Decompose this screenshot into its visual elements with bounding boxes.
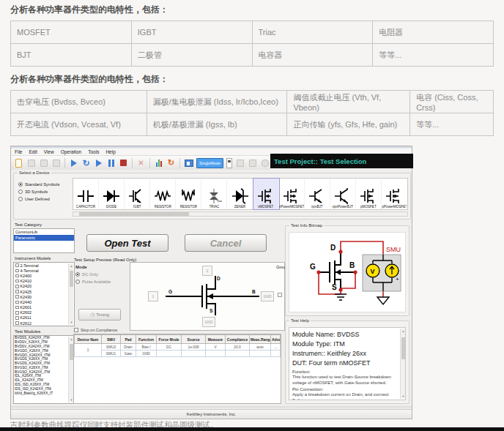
cell-device-num[interactable]: 1 (75, 344, 102, 357)
device-strip-scrollbar[interactable] (73, 211, 408, 217)
device-ppowermosfet[interactable]: pPowerMOSFET (382, 179, 407, 209)
scrollbar-thumb[interactable] (401, 337, 405, 359)
open-test-button[interactable]: Open Test (86, 234, 168, 252)
menu-view[interactable]: View (44, 149, 54, 154)
instr-item[interactable]: K2410 (14, 279, 68, 284)
help-scrollbar[interactable]: ▲ ▼ (400, 329, 405, 399)
scroll-up-icon[interactable]: ▲ (401, 329, 406, 334)
run-step-icon[interactable] (94, 158, 103, 168)
singlemode-button[interactable]: SingleMode (196, 158, 223, 168)
cell-meas-range[interactable] (250, 351, 271, 357)
menu-help[interactable]: Help (105, 149, 115, 154)
cell-adva[interactable] (271, 351, 281, 357)
stop-on-compliance-checkbox[interactable]: Stop on Compliance (74, 328, 117, 332)
module-item[interactable]: IdVd_BiasVg_K26XX_IT (14, 391, 68, 395)
category-parametric[interactable]: Parametric (14, 235, 74, 241)
device-npnbjt[interactable]: npnBJT (305, 179, 330, 209)
run-icon[interactable] (69, 158, 78, 168)
device-zener[interactable]: ZENER (227, 179, 253, 209)
menu-operation[interactable]: Operation (61, 149, 82, 154)
cell-compliance[interactable]: 20.0 (226, 344, 250, 351)
radio-3d-symbols[interactable]: 3D Symbols (18, 190, 59, 194)
instr-item[interactable]: K2400 (14, 273, 68, 278)
device-npnpowerbjt[interactable]: npnPowerBJT (330, 179, 356, 209)
save-all-icon[interactable] (51, 158, 61, 168)
device-igbt[interactable]: IGBT (125, 179, 150, 209)
instr-item[interactable]: K2602 (14, 310, 68, 315)
device-nmosfet[interactable]: nMOSFET (253, 179, 279, 209)
instr-item[interactable]: K2601 (14, 305, 68, 310)
menu-file[interactable]: File (15, 149, 22, 154)
delete-icon[interactable]: ✕ (136, 158, 146, 168)
cell-function[interactable]: Bias I (136, 344, 157, 351)
instr-item[interactable]: K2430 (14, 294, 68, 299)
scrollbar-thumb[interactable] (79, 212, 189, 216)
groups-checkbox[interactable] (278, 293, 282, 297)
instr-item[interactable]: K2440 (14, 299, 68, 304)
device-capacitor[interactable]: CAPACITOR (73, 179, 99, 209)
cell-smu[interactable]: SMU1 (102, 351, 121, 357)
open-project-icon[interactable] (26, 158, 36, 168)
col-header[interactable]: SMU (102, 335, 121, 344)
cell-smu[interactable]: SMU2 (102, 344, 121, 351)
category-commonlib[interactable]: CommonLib (14, 229, 74, 235)
stop-icon[interactable] (119, 158, 128, 168)
col-header[interactable]: Force Mode (157, 335, 182, 344)
menu-edit[interactable]: Edit (29, 149, 37, 154)
cell-source[interactable]: 1e-009 (182, 344, 206, 351)
device-triac[interactable]: TRIAC (201, 179, 227, 209)
device-pmosfet[interactable]: pMOSFET (356, 179, 382, 209)
col-header[interactable]: Measure (206, 335, 226, 344)
instr-item[interactable]: K2611 (14, 315, 68, 321)
scroll-down-icon[interactable]: ▼ (69, 320, 74, 325)
mode-selector[interactable] (226, 158, 232, 168)
timing-button[interactable]: ◷ Timing (78, 309, 121, 321)
col-header[interactable]: Compliance (226, 335, 250, 344)
radio-dc-only[interactable]: DC Only (75, 272, 127, 277)
col-header[interactable]: Device Num (75, 335, 102, 344)
col-header[interactable]: Pad (121, 335, 136, 344)
cell-measure[interactable] (206, 351, 226, 357)
exit-icon[interactable] (260, 158, 270, 168)
col-header[interactable]: Meas.Range (250, 335, 271, 344)
cell-source[interactable] (182, 351, 206, 357)
instr-item[interactable]: 4-Terminal (14, 268, 68, 273)
instrument-scrollbar[interactable]: ▲ ▼ (68, 263, 73, 325)
instr-item[interactable]: K2420 (14, 284, 68, 289)
instr-item[interactable]: 2-Terminal (14, 263, 68, 268)
pause-icon[interactable] (106, 158, 116, 168)
run-loop-icon[interactable]: ↻ (81, 158, 91, 168)
radio-user-defined[interactable]: User Defined (18, 197, 59, 201)
export-icon[interactable] (248, 158, 257, 168)
scroll-up-icon[interactable]: ▲ (69, 263, 74, 269)
col-header[interactable]: Source (182, 335, 206, 344)
cell-measure[interactable]: V (206, 344, 226, 351)
radio-pulse-available[interactable]: Pulse Available (75, 280, 127, 284)
import-icon[interactable] (235, 158, 245, 168)
test-help-text[interactable]: Module Name: BVDSS Module Type: ITM Inst… (289, 327, 406, 400)
cell-compliance[interactable] (226, 351, 250, 357)
cell-pad[interactable]: Gate (121, 351, 136, 357)
menu-tools[interactable]: Tools (88, 149, 99, 154)
instr-item[interactable]: K2425 (14, 289, 68, 294)
window-mode-icon[interactable] (184, 158, 193, 168)
cell-pad[interactable]: Drain (121, 344, 136, 351)
cell-force-mode[interactable]: DC (157, 344, 182, 351)
device-resistor-2[interactable]: RESISTOR (176, 179, 201, 209)
instr-item[interactable]: K2612 (14, 321, 68, 326)
save-icon[interactable] (39, 158, 48, 168)
cell-meas-range[interactable]: auto (250, 344, 271, 351)
new-project-icon[interactable] (14, 158, 23, 168)
device-diode[interactable]: DIODE (99, 179, 125, 209)
scrollbar-thumb[interactable] (70, 271, 73, 287)
report-chart-icon[interactable] (154, 158, 163, 168)
scroll-down-icon[interactable]: ▼ (401, 394, 406, 399)
device-resistor[interactable]: RESISTOR (150, 179, 176, 209)
cell-adva[interactable]: ... (271, 344, 281, 351)
cancel-button[interactable]: Cancel (185, 234, 267, 252)
radio-standard-symbols[interactable]: Standard Symbols (18, 182, 59, 187)
col-header[interactable]: Adva (271, 335, 281, 344)
col-header[interactable]: Function (136, 335, 157, 344)
modules-scrollbar[interactable]: ▲ ▼ (68, 337, 73, 402)
refresh-icon[interactable]: ↻ (166, 158, 176, 168)
